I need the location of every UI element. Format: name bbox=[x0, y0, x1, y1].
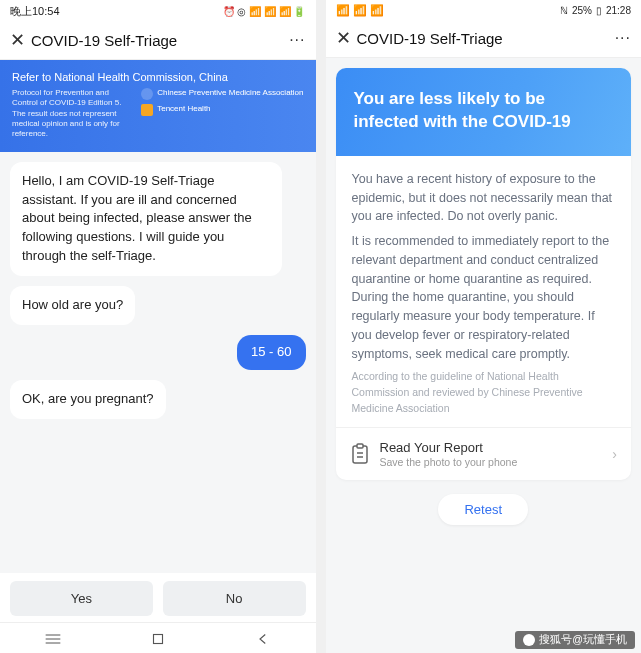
retest-button[interactable]: Retest bbox=[438, 494, 528, 525]
banner-badges: Chinese Preventive Medicine Association … bbox=[141, 88, 303, 116]
no-button[interactable]: No bbox=[163, 581, 306, 616]
yes-button[interactable]: Yes bbox=[10, 581, 153, 616]
bot-message: How old are you? bbox=[10, 286, 135, 325]
phone-screen-right: 📶 📶 📶 ℕ 25% ▯ 21:28 ✕ COVID-19 Self-Tria… bbox=[326, 0, 642, 653]
answer-row: Yes No bbox=[0, 573, 316, 622]
bot-message: OK, are you pregnant? bbox=[10, 380, 166, 419]
chevron-right-icon: › bbox=[612, 446, 617, 462]
tencent-icon bbox=[141, 104, 153, 116]
nfc-icon: ℕ bbox=[560, 5, 568, 16]
sohu-icon bbox=[523, 634, 535, 646]
watermark-text: 搜狐号@玩懂手机 bbox=[539, 633, 627, 647]
bot-message: Hello, I am COVID-19 Self-Triage assista… bbox=[10, 162, 282, 276]
system-nav bbox=[0, 622, 316, 653]
svg-rect-2 bbox=[357, 444, 363, 448]
status-right: ℕ 25% ▯ 21:28 bbox=[560, 5, 631, 16]
app-header: ✕ COVID-19 Self-Triage ··· bbox=[326, 19, 642, 58]
report-subtitle: Save the photo to your phone bbox=[380, 456, 603, 468]
report-title: Read Your Report bbox=[380, 440, 603, 455]
close-icon[interactable]: ✕ bbox=[334, 27, 357, 49]
back-icon[interactable] bbox=[255, 633, 271, 645]
home-icon[interactable] bbox=[150, 633, 166, 645]
recent-apps-icon[interactable] bbox=[45, 633, 61, 645]
badge-label: Tencent Health bbox=[157, 104, 210, 115]
user-reply: 15 - 60 bbox=[237, 335, 305, 370]
banner-subtitle: Protocol for Prevention and Control of C… bbox=[12, 88, 133, 140]
retest-wrap: Retest bbox=[326, 480, 642, 535]
status-time: 21:28 bbox=[606, 5, 631, 16]
read-report-row[interactable]: Read Your Report Save the photo to your … bbox=[336, 427, 632, 480]
chat-area: Hello, I am COVID-19 Self-Triage assista… bbox=[0, 152, 316, 573]
close-icon[interactable]: ✕ bbox=[8, 29, 31, 51]
status-time: 晚上10:54 bbox=[10, 4, 60, 19]
result-body: You have a recent history of exposure to… bbox=[336, 156, 632, 427]
result-headline: You are less likely to be infected with … bbox=[336, 68, 632, 156]
page-title: COVID-19 Self-Triage bbox=[31, 32, 289, 49]
info-banner: Refer to National Health Commission, Chi… bbox=[0, 60, 316, 152]
page-title: COVID-19 Self-Triage bbox=[357, 30, 615, 47]
status-bar: 📶 📶 📶 ℕ 25% ▯ 21:28 bbox=[326, 0, 642, 19]
battery-icon: ▯ bbox=[596, 5, 602, 16]
result-paragraph: You have a recent history of exposure to… bbox=[352, 170, 616, 226]
report-icon bbox=[350, 443, 370, 465]
result-footnote: According to the guideline of National H… bbox=[352, 369, 616, 416]
banner-title: Refer to National Health Commission, Chi… bbox=[12, 70, 304, 85]
more-icon[interactable]: ··· bbox=[615, 29, 631, 47]
status-bar: 晚上10:54 ⏰ ◎ 📶 📶 📶 🔋 bbox=[0, 0, 316, 21]
status-icons: ⏰ ◎ 📶 📶 📶 🔋 bbox=[223, 6, 306, 17]
battery-percent: 25% bbox=[572, 5, 592, 16]
phone-screen-left: 晚上10:54 ⏰ ◎ 📶 📶 📶 🔋 ✕ COVID-19 Self-Tria… bbox=[0, 0, 316, 653]
more-icon[interactable]: ··· bbox=[289, 31, 305, 49]
app-header: ✕ COVID-19 Self-Triage ··· bbox=[0, 21, 316, 60]
result-paragraph: It is recommended to immediately report … bbox=[352, 232, 616, 363]
shield-icon bbox=[141, 88, 153, 100]
badge-label: Chinese Preventive Medicine Association bbox=[157, 88, 303, 99]
result-card: You are less likely to be infected with … bbox=[336, 68, 632, 480]
svg-rect-0 bbox=[153, 635, 162, 644]
status-signal: 📶 📶 📶 bbox=[336, 4, 384, 17]
watermark: 搜狐号@玩懂手机 bbox=[515, 631, 635, 649]
